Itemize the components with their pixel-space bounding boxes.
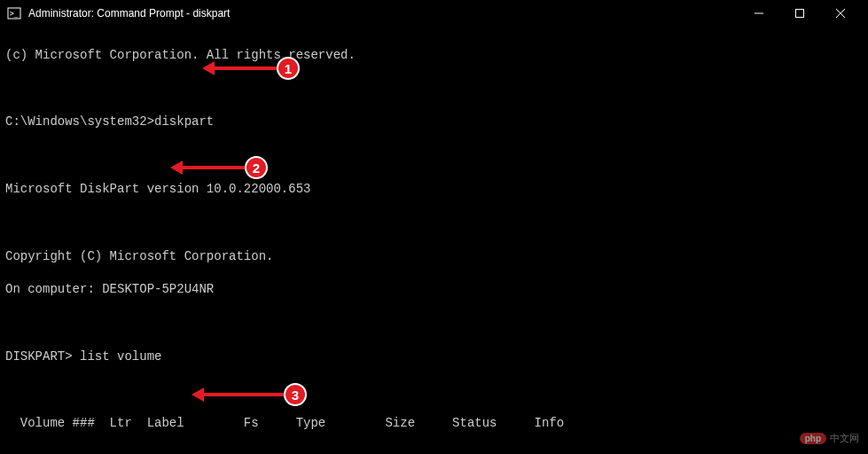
close-button[interactable]: [820, 0, 861, 27]
terminal-output[interactable]: (c) Microsoft Corporation. All rights re…: [0, 27, 868, 454]
svg-text:>_: >_: [10, 10, 19, 18]
diskpart-version: Microsoft DiskPart version 10.0.22000.65…: [5, 181, 863, 198]
watermark-text: 中文网: [830, 432, 859, 445]
maximize-button[interactable]: [779, 0, 820, 27]
blank-line: [5, 81, 863, 98]
computer-name: On computer: DESKTOP-5P2U4NR: [5, 281, 863, 298]
prompt-diskpart: C:\Windows\system32>diskpart: [5, 114, 863, 130]
window-titlebar: >_ Administrator: Command Prompt - diskp…: [0, 0, 868, 27]
copyright-line: (c) Microsoft Corporation. All rights re…: [5, 47, 863, 64]
window-controls: [739, 0, 861, 27]
prompt-list-volume: DISKPART> list volume: [5, 348, 863, 365]
window-title: Administrator: Command Prompt - diskpart: [28, 7, 739, 20]
table-header: Volume ### Ltr Label Fs Type Size Status…: [5, 415, 863, 432]
watermark: php 中文网: [800, 432, 859, 445]
blank-line: [5, 215, 863, 231]
svg-rect-3: [796, 10, 804, 18]
copyright-ms: Copyright (C) Microsoft Corporation.: [5, 248, 863, 265]
blank-line: [5, 147, 863, 164]
blank-line: [5, 382, 863, 399]
minimize-button[interactable]: [739, 0, 779, 27]
blank-line: [5, 315, 863, 332]
watermark-badge: php: [800, 433, 826, 444]
table-divider: ---------- --- ----------- ----- -------…: [5, 449, 863, 454]
cmd-icon: >_: [7, 6, 21, 20]
